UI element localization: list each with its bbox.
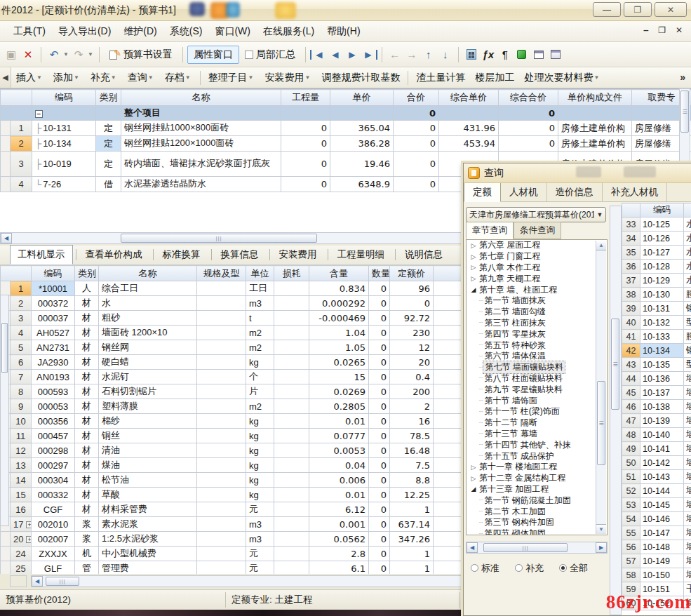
row-number[interactable]: 57 bbox=[622, 554, 640, 568]
tree-node[interactable]: ◢第十三章 加固工程 bbox=[467, 484, 607, 495]
menu-item-0[interactable]: 工具(T) bbox=[7, 22, 52, 39]
tree-expand-icon[interactable]: ▷ bbox=[469, 253, 478, 260]
action-button-7[interactable]: 调整规费计取基数 bbox=[316, 69, 405, 87]
menu-item-5[interactable]: 在线服务(L) bbox=[257, 22, 321, 39]
row-number[interactable]: 16 bbox=[11, 502, 32, 517]
detail-tab-5[interactable]: 工程量明细 bbox=[330, 245, 393, 265]
menu-item-6[interactable]: 帮助(H) bbox=[321, 22, 366, 39]
row-number[interactable]: 24 bbox=[11, 547, 32, 561]
quota-list-row[interactable]: 56 10-148 墙 bbox=[622, 540, 691, 554]
row-number[interactable]: 2 bbox=[11, 296, 32, 311]
quota-list-row[interactable]: 45 10-137 墙 bbox=[622, 386, 691, 400]
row-number[interactable]: 56 bbox=[622, 540, 640, 554]
action-button-0[interactable]: 插入▼ bbox=[11, 69, 48, 87]
menu-item-3[interactable]: 系统(S) bbox=[163, 22, 209, 39]
detail-tab-0[interactable]: 工料机显示 bbox=[10, 245, 73, 265]
expand-icon[interactable]: + bbox=[26, 536, 31, 543]
tree-expand-icon[interactable]: ▷ bbox=[469, 475, 478, 482]
tree-node[interactable]: ┄第十一节 柱(梁)饰面 bbox=[467, 406, 607, 417]
query-subtab-1[interactable]: 条件查询 bbox=[514, 222, 561, 239]
scroll-right-arrow[interactable]: ▶ bbox=[596, 542, 607, 553]
row-number[interactable]: 47 bbox=[622, 414, 640, 428]
row-number[interactable]: 3 bbox=[11, 311, 32, 326]
project-group-row[interactable]: − 整个项目 0 0 bbox=[1, 106, 691, 121]
tree-vertical-scrollbar[interactable]: ▲ ☰ ▼ bbox=[596, 241, 606, 534]
menu-item-2[interactable]: 维护(D) bbox=[117, 22, 163, 39]
row-number[interactable]: 2 bbox=[11, 136, 32, 152]
redo-icon[interactable]: ↷ bbox=[70, 46, 87, 63]
radio-option-0[interactable]: 标准 bbox=[471, 562, 499, 575]
tree-node[interactable]: ┄第九节 零星镶贴块料 bbox=[467, 384, 607, 395]
scroll-left-arrow[interactable]: ◀ bbox=[1, 233, 12, 243]
row-number[interactable]: 17 + bbox=[11, 517, 32, 532]
row-number[interactable]: 25 bbox=[11, 561, 32, 575]
scrollbar-thumb[interactable]: ☰ bbox=[597, 381, 605, 465]
scrollbar-thumb[interactable]: ||| bbox=[121, 234, 317, 243]
quota-list-row[interactable]: 47 10-139 墙 bbox=[622, 414, 691, 428]
row-number[interactable]: 37 bbox=[622, 274, 640, 288]
lower-col-header-5[interactable]: 损耗 bbox=[274, 266, 309, 281]
action-button-5[interactable]: 整理子目▼ bbox=[203, 69, 260, 87]
upper-col-header-1[interactable]: 类别 bbox=[96, 90, 121, 106]
quota-list-row[interactable]: 53 10-145 墙 bbox=[622, 498, 691, 512]
toolbar-scroll-left-button[interactable]: ◀ bbox=[0, 67, 11, 88]
tree-collapse-icon[interactable]: ◢ bbox=[469, 286, 478, 293]
row-number[interactable]: 4 bbox=[11, 326, 32, 340]
toolbar-overflow-chevron[interactable]: » bbox=[680, 72, 685, 83]
action-button-1[interactable]: 添加▼ bbox=[48, 69, 86, 87]
row-number[interactable]: 9 bbox=[11, 399, 32, 414]
tree-node[interactable]: ▷第八章 木作工程 bbox=[467, 262, 607, 274]
row-number[interactable]: 42 bbox=[622, 344, 640, 358]
quota-list-row[interactable]: 48 10-140 墙 bbox=[622, 428, 691, 442]
quota-list-row[interactable]: 43 10-135 型 bbox=[622, 358, 691, 372]
action-button-10[interactable]: 处理次要材料费▼ bbox=[519, 69, 605, 87]
row-number[interactable]: 3 bbox=[11, 152, 32, 177]
action-button-3[interactable]: 查询▼ bbox=[123, 69, 160, 87]
lower-col-header-7[interactable]: 数量 bbox=[369, 266, 390, 281]
tree-node[interactable]: ◢第十章 墙、柱面工程 bbox=[467, 284, 607, 295]
quota-list-row[interactable]: 46 10-138 墙 bbox=[622, 400, 691, 414]
query-title-bar[interactable]: 查询 bbox=[464, 163, 691, 183]
upper-col-header-7[interactable]: 综合合价 bbox=[499, 90, 558, 106]
quota-list-row[interactable]: 50 10-142 墙 bbox=[622, 456, 691, 470]
query-tab-0[interactable]: 定额 bbox=[464, 182, 501, 202]
quota-list-row[interactable]: 39 10-131 钢 bbox=[622, 302, 691, 316]
tree-node[interactable]: ▷第六章 屋面工程 bbox=[467, 240, 607, 251]
budget-row[interactable]: 2 ├10-134 定 钢丝网挂贴1200×1000面砖 0 386.28 0 … bbox=[1, 136, 691, 152]
list-view-icon[interactable] bbox=[547, 46, 564, 63]
collapse-icon[interactable]: − bbox=[35, 110, 43, 118]
lower-col-header-8[interactable]: 定额价 bbox=[390, 266, 434, 281]
undo-icon[interactable]: ↶ bbox=[46, 46, 62, 63]
list-vertical-scrollbar[interactable]: ☰ bbox=[610, 206, 622, 615]
previous-record-icon[interactable]: ◀ bbox=[327, 46, 344, 63]
row-number[interactable]: 52 bbox=[622, 484, 640, 498]
action-button-2[interactable]: 补充▼ bbox=[86, 69, 123, 87]
paste-icon[interactable]: ▣ bbox=[3, 46, 20, 63]
quota-list-row[interactable]: 58 10-150 墙 bbox=[622, 568, 691, 582]
mdi-minimize-button[interactable]: ‒ bbox=[643, 25, 648, 35]
detail-tab-1[interactable]: 查看单价构成 bbox=[78, 245, 150, 265]
tree-horizontal-scrollbar[interactable]: ◀ ||| ▶ bbox=[466, 542, 608, 554]
tree-node[interactable]: ▷第七章 门窗工程 bbox=[467, 251, 607, 262]
quota-library-dropdown[interactable]: 天津市房屋修缮工程预算基价(2012: ▼ bbox=[466, 207, 606, 222]
scrollbar-thumb[interactable] bbox=[1, 323, 8, 373]
row-number[interactable]: 53 bbox=[622, 498, 640, 512]
tree-node[interactable]: ┄第三节 钢构件加固 bbox=[467, 517, 607, 528]
next-record-icon[interactable]: ▶ bbox=[344, 46, 361, 63]
action-button-8[interactable]: 渣土量计算 bbox=[411, 69, 470, 87]
tree-node[interactable]: ┄第四节 零星抹灰 bbox=[467, 328, 607, 340]
undo-dropdown-arrow[interactable]: ▼ bbox=[63, 51, 69, 58]
calculator-icon[interactable] bbox=[463, 46, 480, 63]
quota-list-row[interactable]: 38 10-130 腰 bbox=[622, 288, 691, 302]
scrollbar-thumb[interactable]: ☰ bbox=[611, 319, 619, 410]
quota-list-row[interactable]: 49 10-141 墙 bbox=[622, 442, 691, 456]
radio-option-2[interactable]: 全部 bbox=[559, 562, 588, 575]
quota-list-row[interactable]: 55 10-147 墙 bbox=[622, 526, 691, 540]
row-number[interactable]: 15 bbox=[11, 488, 32, 502]
upper-col-header-5[interactable]: 合价 bbox=[394, 90, 439, 106]
row-number[interactable]: 1 bbox=[11, 121, 32, 136]
last-record-icon[interactable]: ▶ bbox=[361, 50, 377, 60]
scroll-left-arrow[interactable]: ◀ bbox=[467, 542, 478, 553]
scroll-up-arrow[interactable]: ▲ bbox=[596, 241, 606, 250]
row-number[interactable]: 20 + bbox=[11, 532, 32, 547]
